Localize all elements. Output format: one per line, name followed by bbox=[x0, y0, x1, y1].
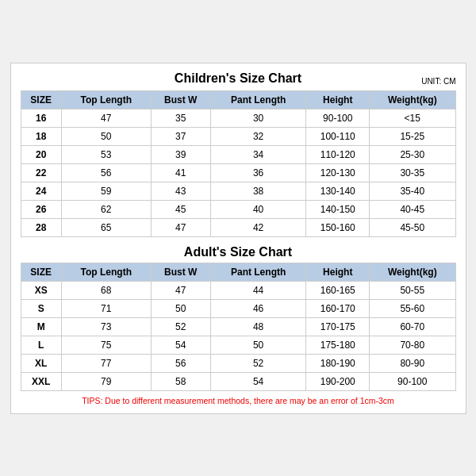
children-size-cell: 16 bbox=[21, 109, 61, 127]
adult-data-cell: 50 bbox=[151, 299, 210, 317]
adult-data-cell: 52 bbox=[210, 354, 306, 372]
children-table-row: 24594338130-14035-40 bbox=[21, 182, 455, 200]
adult-data-cell: 50-55 bbox=[370, 281, 455, 299]
adult-data-cell: 175-180 bbox=[306, 336, 370, 354]
children-data-cell: 40-45 bbox=[370, 200, 455, 218]
children-data-cell: 90-100 bbox=[306, 109, 370, 127]
adult-table-row: XL775652180-19080-90 bbox=[21, 354, 455, 372]
adult-table-row: XS684744160-16550-55 bbox=[21, 281, 455, 299]
children-data-cell: 25-30 bbox=[370, 145, 455, 163]
adult-size-cell: XS bbox=[21, 281, 61, 299]
children-data-cell: 47 bbox=[151, 218, 210, 236]
adult-data-cell: 54 bbox=[210, 372, 306, 390]
adult-table-row: S715046160-17055-60 bbox=[21, 299, 455, 317]
children-header-row: SIZE Top Length Bust W Pant Length Heigh… bbox=[21, 90, 455, 109]
children-col-size: SIZE bbox=[21, 90, 61, 109]
children-data-cell: 38 bbox=[210, 182, 306, 200]
children-data-cell: 34 bbox=[210, 145, 306, 163]
adult-data-cell: 170-175 bbox=[306, 317, 370, 336]
unit-label: UNIT: CM bbox=[421, 77, 455, 86]
adult-data-cell: 79 bbox=[61, 372, 151, 390]
children-col-weight: Weight(kg) bbox=[370, 90, 455, 109]
adult-title-row: Adult's Size Chart bbox=[21, 245, 456, 259]
adult-table: SIZE Top Length Bust W Pant Length Heigh… bbox=[21, 263, 456, 391]
children-data-cell: 37 bbox=[151, 127, 210, 145]
children-data-cell: 40 bbox=[210, 200, 306, 218]
adult-data-cell: 58 bbox=[151, 372, 210, 390]
adult-size-cell: L bbox=[21, 336, 61, 354]
children-size-cell: 26 bbox=[21, 200, 61, 218]
children-data-cell: 41 bbox=[151, 163, 210, 182]
children-data-cell: 53 bbox=[61, 145, 151, 163]
children-data-cell: 50 bbox=[61, 127, 151, 145]
children-data-cell: 45 bbox=[151, 200, 210, 218]
children-data-cell: 30-35 bbox=[370, 163, 455, 182]
adult-size-cell: XXL bbox=[21, 372, 61, 390]
adult-data-cell: 60-70 bbox=[370, 317, 455, 336]
adult-data-cell: 71 bbox=[61, 299, 151, 317]
children-data-cell: 59 bbox=[61, 182, 151, 200]
children-table-row: 18503732100-11015-25 bbox=[21, 127, 455, 145]
adult-size-cell: M bbox=[21, 317, 61, 336]
adult-data-cell: 180-190 bbox=[306, 354, 370, 372]
children-size-cell: 18 bbox=[21, 127, 61, 145]
adult-size-cell: XL bbox=[21, 354, 61, 372]
adult-col-size: SIZE bbox=[21, 263, 61, 281]
adult-data-cell: 44 bbox=[210, 281, 306, 299]
children-data-cell: 120-130 bbox=[306, 163, 370, 182]
adult-table-row: M735248170-17560-70 bbox=[21, 317, 455, 336]
adult-data-cell: 54 bbox=[151, 336, 210, 354]
children-col-pant-length: Pant Length bbox=[210, 90, 306, 109]
children-col-top-length: Top Length bbox=[61, 90, 151, 109]
adult-data-cell: 47 bbox=[151, 281, 210, 299]
children-data-cell: 130-140 bbox=[306, 182, 370, 200]
children-data-cell: 150-160 bbox=[306, 218, 370, 236]
children-data-cell: <15 bbox=[370, 109, 455, 127]
adult-data-cell: 80-90 bbox=[370, 354, 455, 372]
tips-text: TIPS: Due to different measurement metho… bbox=[21, 396, 456, 405]
children-size-cell: 20 bbox=[21, 145, 61, 163]
adult-data-cell: 70-80 bbox=[370, 336, 455, 354]
children-data-cell: 35-40 bbox=[370, 182, 455, 200]
children-data-cell: 39 bbox=[151, 145, 210, 163]
adult-data-cell: 56 bbox=[151, 354, 210, 372]
children-size-cell: 22 bbox=[21, 163, 61, 182]
children-data-cell: 47 bbox=[61, 109, 151, 127]
children-data-cell: 43 bbox=[151, 182, 210, 200]
children-col-height: Height bbox=[306, 90, 370, 109]
chart-container: Children's Size Chart UNIT: CM SIZE Top … bbox=[10, 63, 466, 414]
adult-data-cell: 77 bbox=[61, 354, 151, 372]
children-data-cell: 56 bbox=[61, 163, 151, 182]
adult-data-cell: 48 bbox=[210, 317, 306, 336]
adult-data-cell: 90-100 bbox=[370, 372, 455, 390]
children-table-row: 22564136120-13030-35 bbox=[21, 163, 455, 182]
adult-col-bust-w: Bust W bbox=[151, 263, 210, 281]
children-title-row: Children's Size Chart UNIT: CM bbox=[21, 71, 456, 86]
children-data-cell: 45-50 bbox=[370, 218, 455, 236]
adult-data-cell: 75 bbox=[61, 336, 151, 354]
adult-data-cell: 46 bbox=[210, 299, 306, 317]
children-size-cell: 28 bbox=[21, 218, 61, 236]
adult-chart-title: Adult's Size Chart bbox=[184, 245, 292, 259]
adult-table-row: XXL795854190-20090-100 bbox=[21, 372, 455, 390]
children-data-cell: 36 bbox=[210, 163, 306, 182]
adult-col-height: Height bbox=[306, 263, 370, 281]
children-table-row: 1647353090-100<15 bbox=[21, 109, 455, 127]
adult-col-top-length: Top Length bbox=[61, 263, 151, 281]
children-data-cell: 32 bbox=[210, 127, 306, 145]
children-table-row: 20533934110-12025-30 bbox=[21, 145, 455, 163]
children-chart-title: Children's Size Chart bbox=[175, 71, 301, 86]
children-size-cell: 24 bbox=[21, 182, 61, 200]
children-data-cell: 42 bbox=[210, 218, 306, 236]
children-data-cell: 35 bbox=[151, 109, 210, 127]
adult-data-cell: 52 bbox=[151, 317, 210, 336]
adult-data-cell: 160-170 bbox=[306, 299, 370, 317]
adult-data-cell: 73 bbox=[61, 317, 151, 336]
adult-header-row: SIZE Top Length Bust W Pant Length Heigh… bbox=[21, 263, 455, 281]
children-col-bust-w: Bust W bbox=[151, 90, 210, 109]
adult-data-cell: 68 bbox=[61, 281, 151, 299]
children-data-cell: 65 bbox=[61, 218, 151, 236]
children-data-cell: 140-150 bbox=[306, 200, 370, 218]
children-data-cell: 100-110 bbox=[306, 127, 370, 145]
children-data-cell: 110-120 bbox=[306, 145, 370, 163]
